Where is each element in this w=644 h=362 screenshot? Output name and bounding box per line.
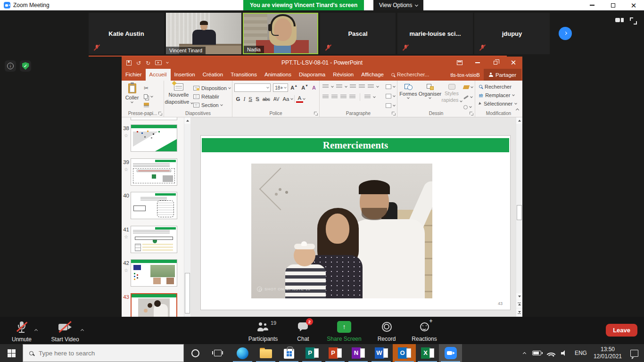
decrease-font-button[interactable]: A▼ xyxy=(300,85,310,90)
partial-thumbnail[interactable] xyxy=(131,117,177,120)
align-left-button[interactable] xyxy=(322,95,329,99)
section-button[interactable]: Section xyxy=(193,101,231,109)
battery-icon[interactable] xyxy=(532,351,541,355)
underline-button[interactable]: S xyxy=(247,96,254,102)
select-button[interactable]: Sélectionner xyxy=(475,99,522,107)
undo-icon[interactable] xyxy=(136,58,141,67)
scroll-up-button[interactable] xyxy=(516,117,522,124)
minimize-button[interactable] xyxy=(582,0,603,10)
paste-button[interactable]: Coller xyxy=(122,82,142,103)
close-button[interactable]: ✕ xyxy=(623,0,644,10)
collapse-ribbon-button[interactable] xyxy=(516,105,519,113)
clear-formatting-button[interactable]: A xyxy=(311,85,317,90)
copy-button[interactable] xyxy=(144,93,153,100)
slide-title[interactable]: Remerciements xyxy=(202,138,509,152)
dialog-launcher-icon[interactable] xyxy=(392,112,396,115)
ppt-restore-button[interactable] xyxy=(487,57,504,69)
taskbar-app-excel[interactable] xyxy=(416,344,439,362)
text-shadow-button[interactable]: S xyxy=(254,96,261,102)
chat-button[interactable]: 2 Chat xyxy=(289,321,317,342)
increase-indent-button[interactable] xyxy=(359,84,365,89)
language-indicator[interactable]: ENG xyxy=(575,350,587,356)
taskbar-app-edge[interactable] xyxy=(231,344,254,362)
task-view-button[interactable] xyxy=(206,344,229,362)
character-spacing-button[interactable]: AV xyxy=(272,97,281,102)
taskbar-search-input[interactable] xyxy=(39,350,161,357)
columns-button[interactable] xyxy=(364,95,371,99)
smartart-button[interactable] xyxy=(386,102,395,109)
scrollbar-thumb[interactable] xyxy=(185,273,190,313)
reactions-button[interactable]: + Reactions xyxy=(406,321,442,342)
unmute-button[interactable]: Unmute xyxy=(6,321,38,343)
increase-font-button[interactable]: A▲ xyxy=(289,85,299,90)
taskbar-app-powerpoint[interactable] xyxy=(323,344,347,362)
previous-slide-button[interactable] xyxy=(516,300,522,308)
thumbnail-slide-38[interactable]: 38 ☆ xyxy=(122,124,184,153)
hidden-icons-chevron[interactable] xyxy=(523,352,526,355)
slide-scrollbar[interactable] xyxy=(516,117,522,317)
audio-options-chevron[interactable] xyxy=(35,325,37,334)
tab-fichier[interactable]: Fichier xyxy=(122,69,146,81)
italic-button[interactable]: I xyxy=(242,96,247,102)
align-center-button[interactable] xyxy=(331,95,338,99)
strikethrough-button[interactable]: abc xyxy=(261,97,272,102)
format-painter-button[interactable] xyxy=(144,101,153,108)
meeting-info-button[interactable] xyxy=(5,60,16,72)
participant-tile-katie[interactable]: Katie Austin xyxy=(89,13,164,54)
cut-button[interactable] xyxy=(144,84,153,91)
dialog-launcher-icon[interactable] xyxy=(314,112,318,115)
tab-insertion[interactable]: Insertion xyxy=(171,69,199,81)
justify-button[interactable] xyxy=(349,95,355,99)
thumbnail-slide-41[interactable]: 41 ☆ xyxy=(122,226,184,254)
scroll-down-button[interactable] xyxy=(516,293,522,300)
thumbnail-slide-42[interactable]: 42 ☆ xyxy=(122,259,184,288)
participant-tile-jdupuy[interactable]: jdupuy xyxy=(474,13,550,54)
tab-affichage[interactable]: Affichage xyxy=(357,69,388,81)
next-slide-button[interactable] xyxy=(516,309,522,316)
share-screen-button[interactable]: Share Screen xyxy=(322,321,366,342)
taskbar-app-zoom[interactable] xyxy=(439,344,462,362)
action-center-icon[interactable] xyxy=(630,350,638,357)
shape-outline-button[interactable] xyxy=(463,93,473,101)
ppt-close-button[interactable]: ✕ xyxy=(504,57,522,69)
save-icon[interactable] xyxy=(126,60,132,66)
participants-button[interactable]: 19 Participants xyxy=(243,321,283,342)
maximize-button[interactable] xyxy=(603,0,623,10)
reset-button[interactable]: Rétablir xyxy=(193,93,231,100)
ppt-minimize-button[interactable] xyxy=(469,57,487,69)
decrease-indent-button[interactable] xyxy=(350,84,356,89)
start-video-button[interactable]: Start Video xyxy=(45,321,85,343)
find-button[interactable]: Rechercher xyxy=(475,82,522,90)
leave-button[interactable]: Leave xyxy=(606,324,637,337)
tab-transitions[interactable]: Transitions xyxy=(227,69,261,81)
line-spacing-button[interactable] xyxy=(368,84,374,89)
bullets-button[interactable] xyxy=(322,84,329,89)
thumbnail-slide-39[interactable]: 39 ☆ xyxy=(122,158,184,187)
taskbar-app-store[interactable] xyxy=(277,344,300,362)
taskbar-app-onenote[interactable] xyxy=(347,344,370,362)
tab-animations[interactable]: Animations xyxy=(261,69,295,81)
bold-button[interactable]: G xyxy=(234,96,242,102)
taskbar-clock[interactable]: 13:50 12/01/2021 xyxy=(594,346,622,360)
numbering-button[interactable] xyxy=(336,84,342,89)
customize-qat-icon[interactable] xyxy=(166,61,169,64)
shape-fill-button[interactable] xyxy=(463,83,473,91)
cortana-button[interactable] xyxy=(184,344,206,362)
thumbnail-scrollbar[interactable] xyxy=(184,117,190,317)
tell-me-search[interactable]: Rechercher... xyxy=(388,69,433,81)
speaker-icon[interactable] xyxy=(561,350,568,356)
family-photo[interactable]: SHOT ON MI NOTE 10 xyxy=(251,164,432,298)
text-direction-button[interactable] xyxy=(386,83,395,90)
participant-tile-vincent[interactable]: Vincent Tinard xyxy=(166,13,241,54)
thumbnail-slide-43-selected[interactable]: 43 xyxy=(122,293,184,317)
view-options-dropdown[interactable]: View Options xyxy=(373,0,423,10)
tab-creation[interactable]: Création xyxy=(199,69,227,81)
font-name-combo[interactable] xyxy=(234,83,271,92)
share-button[interactable]: Partager xyxy=(484,69,521,81)
wifi-icon[interactable] xyxy=(546,350,556,359)
start-button[interactable] xyxy=(0,344,23,362)
gallery-view-icon[interactable] xyxy=(615,18,624,25)
tab-revision[interactable]: Révision xyxy=(329,69,357,81)
ribbon-display-options-button[interactable] xyxy=(451,57,469,69)
scroll-up-button[interactable] xyxy=(184,117,190,124)
